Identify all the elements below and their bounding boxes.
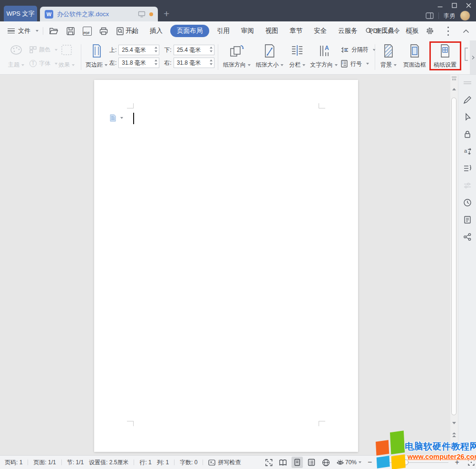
file-menu-label: 文件	[18, 27, 30, 35]
previous-page-button[interactable]	[450, 432, 458, 437]
user-avatar[interactable]	[460, 10, 470, 21]
page-view-button[interactable]	[291, 457, 303, 468]
eye-protection-icon	[336, 459, 345, 466]
status-column[interactable]: 列: 1	[157, 459, 169, 467]
export-pdf-button[interactable]: PDF	[81, 25, 93, 37]
save-button[interactable]	[64, 25, 77, 37]
user-name[interactable]: 李勇	[444, 12, 455, 20]
find-command-button[interactable]: 查找命令	[365, 27, 400, 35]
tab-section[interactable]: 章节	[284, 27, 308, 35]
protect-document-button[interactable]	[461, 128, 474, 140]
notes-button[interactable]	[461, 214, 474, 226]
wps-app-menu-button[interactable]: WPS 文字	[4, 6, 37, 21]
chevron-down-icon	[120, 117, 123, 119]
outline-view-button[interactable]	[306, 457, 317, 468]
chevron-down-icon	[36, 30, 39, 32]
web-view-button[interactable]	[320, 457, 331, 468]
tab-review[interactable]: 审阅	[235, 27, 260, 35]
document-area[interactable]	[0, 75, 451, 455]
titlebar: WPS 文字 W 办公软件之家.docx +	[0, 0, 476, 21]
status-setting-value[interactable]: 设置值: 2.5厘米	[89, 459, 128, 467]
paper-orientation-button[interactable]: 纸张方向	[220, 42, 253, 72]
share-button[interactable]	[461, 231, 474, 243]
close-button[interactable]	[462, 1, 475, 10]
margin-left-spinner[interactable]	[155, 59, 157, 65]
svg-text:a: a	[464, 148, 467, 154]
eye-protection-button[interactable]	[334, 457, 346, 468]
sidebar-drag-handle[interactable]	[461, 77, 474, 89]
settings-button[interactable]	[424, 25, 436, 37]
translate-button[interactable]: a	[461, 145, 474, 157]
page-border-button[interactable]: 页面边框	[401, 42, 428, 72]
annotate-pen-button[interactable]	[461, 94, 474, 106]
file-menu-button[interactable]: 文件	[8, 21, 39, 40]
read-mode-button[interactable]	[277, 457, 289, 468]
status-page-number[interactable]: 页码: 1	[5, 459, 22, 467]
outline-bracket-icon	[463, 164, 472, 173]
tab-page-layout[interactable]: 页面布局	[170, 25, 209, 37]
page-margins-button[interactable]: 页边距	[85, 42, 108, 72]
side-panel-toggle-icon[interactable]	[426, 12, 434, 19]
document-page[interactable]	[94, 80, 358, 452]
margin-left-label: 左:	[109, 59, 117, 67]
zoom-level-button[interactable]: 70%	[345, 459, 361, 466]
columns-button[interactable]: 分栏	[286, 42, 309, 72]
scroll-down-button[interactable]	[450, 422, 458, 424]
margin-right-input[interactable]	[174, 58, 214, 68]
spellcheck-label: 拼写检查	[218, 459, 241, 467]
status-section[interactable]: 节: 1/1	[67, 459, 84, 467]
margin-left-input[interactable]	[118, 58, 159, 68]
document-structure-button[interactable]	[461, 162, 474, 175]
statusbar-left: 页码: 1 页面: 1/1 节: 1/1 设置值: 2.5厘米 行: 1 列: …	[5, 456, 241, 469]
history-button[interactable]	[461, 196, 474, 209]
fullscreen-view-button[interactable]	[263, 457, 274, 468]
tab-cloud[interactable]: 云服务	[332, 27, 363, 35]
zoom-out-button[interactable]: −	[368, 459, 372, 466]
margin-top-input[interactable]	[118, 45, 159, 55]
spellcheck-button[interactable]: 拼写检查	[208, 459, 241, 467]
feedback-button[interactable]	[406, 25, 418, 37]
scroll-up-button[interactable]	[450, 88, 458, 90]
maximize-button[interactable]	[447, 1, 461, 10]
zoom-slider-track[interactable]	[378, 462, 448, 463]
vertical-scrollbar[interactable]	[450, 75, 458, 455]
print-button[interactable]	[97, 25, 110, 37]
line-numbers-button[interactable]: 行号	[340, 59, 369, 68]
more-options-button[interactable]	[442, 25, 454, 37]
svg-text:A: A	[325, 45, 329, 51]
paper-size-button[interactable]: 分栏纸张大小	[254, 42, 285, 72]
printer-icon	[99, 27, 108, 36]
zoom-in-button[interactable]: +	[455, 459, 459, 466]
page-background-button[interactable]: 背景	[378, 42, 399, 72]
select-browse-object-button[interactable]	[450, 443, 458, 446]
new-tab-button[interactable]: +	[164, 9, 169, 19]
status-word-count[interactable]: 字数: 0	[180, 459, 197, 467]
document-tab[interactable]: W 办公软件之家.docx	[40, 7, 158, 21]
menubar-right-cluster: 查找命令	[365, 21, 472, 40]
margin-bottom-spinner[interactable]	[210, 47, 213, 52]
tab-security[interactable]: 安全	[308, 27, 332, 35]
page-margins-icon	[90, 44, 103, 58]
tab-view[interactable]: 视图	[260, 27, 284, 35]
tab-references[interactable]: 引用	[211, 27, 235, 35]
tab-insert[interactable]: 插入	[144, 27, 168, 35]
text-direction-button[interactable]: A 文字方向	[309, 42, 339, 72]
fit-page-button[interactable]	[466, 457, 476, 468]
collapse-ribbon-button[interactable]	[460, 25, 472, 37]
select-tool-button[interactable]	[461, 111, 474, 123]
minimize-button[interactable]	[433, 1, 447, 10]
panel-expand-strip[interactable]	[470, 40, 476, 74]
open-file-button[interactable]	[48, 25, 60, 37]
page-background-icon	[383, 44, 394, 58]
status-pages[interactable]: 页面: 1/1	[33, 459, 56, 467]
margin-right-spinner[interactable]	[210, 59, 213, 65]
zoom-slider-thumb[interactable]	[403, 459, 408, 465]
margin-bottom-input[interactable]	[174, 45, 214, 55]
paragraph-assistant-button[interactable]	[109, 114, 123, 122]
margin-top-spinner[interactable]	[155, 47, 157, 52]
tab-home[interactable]: 开始	[120, 27, 144, 35]
status-line[interactable]: 行: 1	[139, 459, 151, 467]
ruler-toggle-button[interactable]	[450, 76, 458, 81]
breaks-button[interactable]: 分隔符	[340, 46, 376, 54]
scrollbar-thumb[interactable]	[451, 98, 457, 415]
